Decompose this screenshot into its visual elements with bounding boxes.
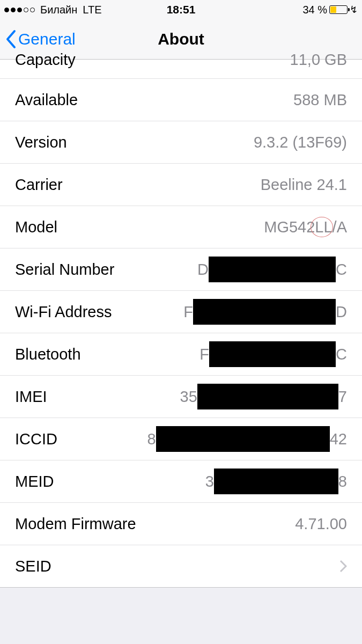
bluetooth-value: F C: [200, 346, 347, 363]
signal-strength-icon: [4, 8, 35, 12]
bluetooth-label: Bluetooth: [15, 346, 81, 363]
redaction-block: [156, 426, 330, 452]
status-bar: Билайн LTE 18:51 34 % ↯: [0, 0, 362, 19]
battery-icon: [329, 5, 348, 14]
imei-value: 35 7: [180, 388, 347, 406]
row-carrier: Carrier Beeline 24.1: [0, 164, 362, 206]
battery-percent: 34 %: [302, 4, 327, 16]
redaction-block: [197, 384, 338, 409]
about-list: Capacity 11,0 GB Available 588 MB Versio…: [0, 60, 362, 588]
row-version: Version 9.3.2 (13F69): [0, 121, 362, 164]
row-meid: MEID 3 8: [0, 460, 362, 503]
version-value: 9.3.2 (13F69): [254, 134, 347, 151]
meid-label: MEID: [15, 473, 54, 491]
wifi-value: F D: [183, 303, 347, 321]
wifi-label: Wi-Fi Address: [15, 303, 112, 321]
redaction-block: [214, 469, 338, 494]
page-title: About: [158, 30, 204, 48]
meid-value: 3 8: [205, 473, 347, 491]
serial-label: Serial Number: [15, 261, 114, 279]
row-bluetooth: Bluetooth F C: [0, 333, 362, 376]
available-value: 588 MB: [293, 91, 347, 109]
version-label: Version: [15, 134, 67, 151]
back-chevron-icon: [5, 30, 17, 49]
row-available: Available 588 MB: [0, 79, 362, 121]
row-modem: Modem Firmware 4.71.00: [0, 503, 362, 545]
modem-label: Modem Firmware: [15, 515, 136, 533]
redaction-block: [193, 299, 336, 325]
row-serial: Serial Number D C: [0, 248, 362, 291]
carrier-value: Beeline 24.1: [261, 176, 347, 194]
network-type: LTE: [83, 4, 101, 16]
model-value: MG542LL/A: [264, 218, 347, 236]
footer-space: [0, 588, 362, 609]
back-button[interactable]: General: [5, 30, 76, 49]
iccid-label: ICCID: [15, 430, 57, 448]
redaction-block: [209, 341, 336, 367]
model-label: Model: [15, 218, 57, 236]
seid-label: SEID: [15, 558, 51, 575]
carrier-label: Carrier: [15, 176, 63, 194]
available-label: Available: [15, 91, 78, 109]
row-wifi: Wi-Fi Address F D: [0, 291, 362, 333]
back-label: General: [18, 30, 76, 48]
imei-label: IMEI: [15, 388, 47, 406]
status-right: 34 % ↯: [302, 4, 358, 16]
row-model: Model MG542LL/A: [0, 206, 362, 248]
status-time: 18:51: [167, 3, 196, 16]
chevron-right-icon: [339, 560, 347, 573]
row-seid[interactable]: SEID: [0, 545, 362, 588]
charging-icon: ↯: [350, 4, 358, 16]
row-imei: IMEI 35 7: [0, 376, 362, 418]
row-iccid: ICCID 8 42: [0, 418, 362, 460]
seid-value: [332, 560, 347, 573]
capacity-label: Capacity: [15, 51, 76, 69]
serial-value: D C: [197, 261, 347, 279]
row-capacity: Capacity 11,0 GB: [0, 60, 362, 79]
carrier-name: Билайн: [40, 4, 77, 16]
iccid-value: 8 42: [147, 430, 347, 448]
status-left: Билайн LTE: [4, 4, 102, 16]
redaction-block: [209, 257, 336, 282]
capacity-value: 11,0 GB: [290, 51, 347, 69]
modem-value: 4.71.00: [295, 515, 347, 533]
